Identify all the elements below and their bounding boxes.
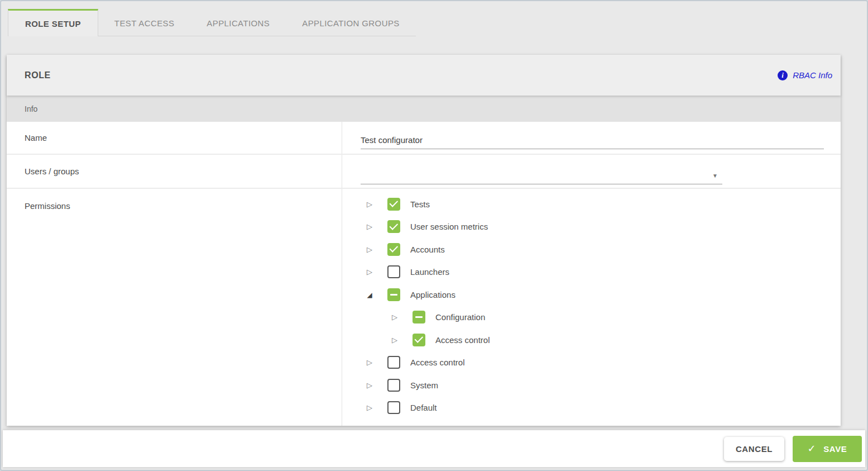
tree-node-label[interactable]: User session metrics [410,222,488,231]
expand-arrow-icon[interactable] [365,359,374,366]
tree-checkbox[interactable] [387,243,400,256]
tree-checkbox[interactable] [387,356,400,369]
panel-title: ROLE [25,70,51,80]
expand-arrow-icon[interactable] [365,201,374,208]
expand-arrow-icon[interactable] [390,313,399,321]
info-icon: i [778,70,788,80]
tab-applications[interactable]: APPLICATIONS [190,9,286,36]
rbac-info-label: RBAC Info [793,70,832,80]
permissions-field-row: Permissions Tests User session metrics A… [7,189,841,426]
users-groups-select[interactable]: ▼ [361,168,722,184]
tree-node-label[interactable]: System [410,380,438,390]
expand-arrow-icon[interactable] [390,336,399,344]
rbac-info-link[interactable]: i RBAC Info [778,70,832,80]
tree-node-label[interactable]: Access control [435,335,490,345]
check-icon: ✓ [808,444,817,454]
name-field-row: Name [7,122,841,155]
tree-node-label[interactable]: Accounts [410,245,445,254]
permissions-tree: Tests User session metrics Accounts Laun… [342,189,841,426]
role-panel: ROLE i RBAC Info Info Name Users / group… [7,55,841,426]
name-label: Name [7,122,342,154]
expand-arrow-icon[interactable] [365,382,374,389]
tree-checkbox[interactable] [387,401,400,414]
chevron-down-icon: ▼ [712,173,722,179]
permissions-label: Permissions [7,189,342,426]
tree-node-label[interactable]: Launchers [410,267,449,277]
tree-node: Access control [361,351,824,374]
tab-bar: ROLE SETUP TEST ACCESS APPLICATIONS APPL… [1,1,867,36]
cancel-button[interactable]: CANCEL [724,437,784,461]
window: ROLE SETUP TEST ACCESS APPLICATIONS APPL… [0,0,868,471]
save-button[interactable]: ✓ SAVE [793,436,862,462]
collapse-arrow-icon[interactable] [365,291,374,298]
tree-node: Tests [361,193,824,216]
tree-checkbox[interactable] [413,334,425,346]
tree-checkbox[interactable] [387,265,400,278]
tab-role-setup[interactable]: ROLE SETUP [8,9,98,36]
tree-node-label[interactable]: Access control [410,358,465,367]
tree-node-label[interactable]: Tests [410,199,430,209]
tree-node: User session metrics [361,216,824,239]
tree-checkbox[interactable] [387,379,400,392]
save-button-label: SAVE [823,444,847,454]
tree-node-label[interactable]: Configuration [435,312,485,322]
tree-node: System [361,374,824,397]
tab-application-groups[interactable]: APPLICATION GROUPS [286,9,415,36]
tree-node: Default [361,397,824,420]
tree-node-child: Configuration [361,306,824,329]
tree-checkbox[interactable] [387,220,400,233]
expand-arrow-icon[interactable] [365,246,374,253]
tree-checkbox[interactable] [413,311,425,323]
action-bar: CANCEL ✓ SAVE [3,430,865,467]
expand-arrow-icon[interactable] [365,404,374,411]
users-groups-label: Users / groups [7,155,342,188]
tree-checkbox[interactable] [387,288,400,301]
tree-node-label[interactable]: Default [410,403,437,412]
tree-node: Accounts [361,238,824,261]
tree-node-child: Access control [361,329,824,351]
tree-node: Launchers [361,261,824,284]
section-header-info: Info [7,96,841,122]
expand-arrow-icon[interactable] [365,268,374,275]
name-input[interactable] [361,131,824,149]
tree-checkbox[interactable] [387,198,400,211]
panel-header: ROLE i RBAC Info [7,55,841,96]
tree-node-label[interactable]: Applications [410,290,455,299]
expand-arrow-icon[interactable] [365,223,374,230]
users-groups-field-row: Users / groups ▼ [7,155,841,189]
tab-test-access[interactable]: TEST ACCESS [98,9,191,36]
tree-node: Applications [361,283,824,306]
